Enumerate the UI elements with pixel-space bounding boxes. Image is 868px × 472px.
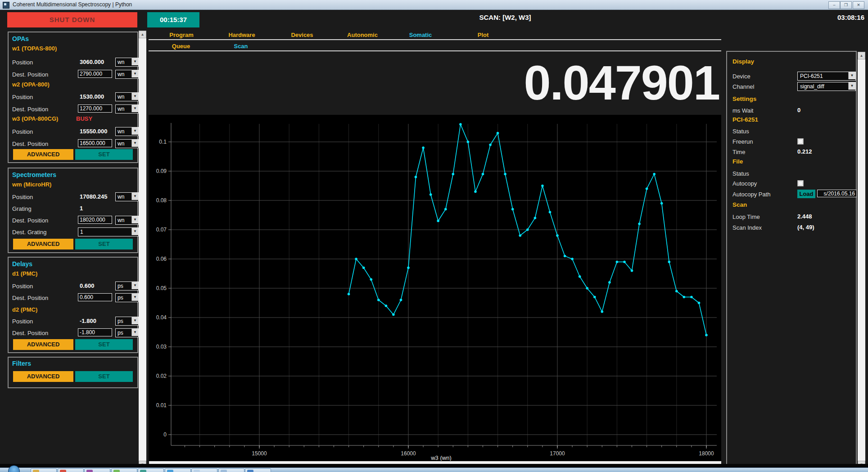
taskbar-app-button[interactable] [165,468,191,472]
shutdown-button[interactable]: SHUT DOWN [7,12,137,27]
d2-position-row: Position -1.800 ps▼ [12,317,136,326]
svg-text:18000: 18000 [699,450,714,457]
close-button[interactable]: ✕ [853,1,864,9]
spectrometers-advanced-button[interactable]: ADVANCED [13,239,73,250]
chevron-down-icon: ▼ [131,127,138,135]
taskbar-app-button[interactable] [191,468,217,472]
chevron-down-icon: ▼ [131,228,138,235]
delays-set-button[interactable]: SET [75,339,133,350]
app-window: Coherent Multidimensional Spectroscopy |… [0,0,868,472]
filters-group: Filters ADVANCED SET [8,357,138,388]
delays-advanced-button[interactable]: ADVANCED [13,339,73,350]
spectrometers-group: Spectrometers wm (MicroHR) Position 1708… [8,168,138,253]
file-header: File [732,158,743,165]
busy-badge: BUSY [76,115,92,122]
svg-text:0.08: 0.08 [156,197,167,204]
motor-name-d1: d1 (PMC) [12,270,37,277]
channel-dropdown[interactable]: signal_diff▼ [797,82,856,91]
d1-dest-input[interactable] [78,293,112,301]
w3-dest-input[interactable] [78,139,112,147]
dest-grating-dropdown[interactable]: 1▼ [78,227,139,236]
unit-dropdown[interactable]: ps▼ [115,317,139,326]
autocopy-path-input[interactable] [817,190,857,197]
taskbar-app-button[interactable] [58,468,84,472]
unit-dropdown[interactable]: ps▼ [115,293,139,302]
subtab-queue[interactable]: Queue [172,43,190,50]
scroll-up-icon[interactable]: ▲ [858,52,865,59]
tab-devices[interactable]: Devices [291,32,313,38]
scan-plot: 00.010.020.030.040.050.060.070.080.090.1… [149,115,721,461]
subtab-scan[interactable]: Scan [234,43,248,50]
device-dropdown[interactable]: PCI-6251▼ [797,72,856,81]
delays-header: Delays [12,260,32,268]
time-row: Time 0.212 [732,147,852,156]
tab-separator [149,39,721,40]
taskbar-app-button[interactable] [218,468,244,472]
wm-grating-row: Grating 1 [12,204,136,213]
motor-name-d2: d2 (PMC) [12,306,37,313]
unit-dropdown[interactable]: wn▼ [115,139,139,148]
wm-dest-grating-row: Dest. Grating 1▼ [12,227,136,236]
tab-plot[interactable]: Plot [478,32,489,38]
maximize-button[interactable]: ❐ [840,1,852,9]
wm-position-row: Position 17080.245 wn▼ [12,192,136,201]
unit-dropdown[interactable]: wn▼ [115,58,139,67]
w1-dest-input[interactable] [78,70,112,78]
svg-text:0.07: 0.07 [156,227,167,233]
autocopy-path-row: Autocopy Path Load [732,190,852,199]
channel-row: Channel signal_diff▼ [732,82,852,91]
chevron-down-icon: ▼ [848,82,855,90]
right-panel-scrollbar[interactable]: ▲ ▼ [858,52,865,468]
freerun-row: Freerun [732,137,852,146]
unit-dropdown[interactable]: ps▼ [115,281,139,290]
freerun-checkbox[interactable] [797,138,804,145]
scan-plot-svg: 00.010.020.030.040.050.060.070.080.090.1… [149,115,721,461]
taskbar-app-button[interactable] [31,468,57,472]
timer-button[interactable]: 00:15:37 [147,12,199,27]
svg-text:0.05: 0.05 [156,285,167,291]
scroll-up-icon[interactable]: ▲ [139,31,146,38]
taskbar-app-icon [247,470,253,472]
spectrometers-set-button[interactable]: SET [75,239,133,250]
minimize-button[interactable]: – [828,1,840,9]
opas-set-button[interactable]: SET [75,149,133,160]
device-row: Device PCI-6251▼ [732,72,852,81]
d2-dest-input[interactable] [78,328,112,336]
motor-name-w3: w3 (OPA-800CG) [12,115,58,122]
w1-position-row: Position 3060.000 wn▼ [12,58,136,67]
unit-dropdown[interactable]: wn▼ [115,92,139,101]
chevron-down-icon: ▼ [131,58,138,65]
unit-dropdown[interactable]: ps▼ [115,328,139,337]
w2-dest-row: Dest. Position wn▼ [12,104,136,113]
unit-dropdown[interactable]: wn▼ [115,70,139,79]
window-titlebar: Coherent Multidimensional Spectroscopy |… [0,0,868,10]
load-button[interactable]: Load [797,190,815,198]
tab-program[interactable]: Program [169,32,193,38]
central-scrollbar[interactable]: ▲ ▼ [139,31,146,468]
unit-dropdown[interactable]: wn▼ [115,216,139,225]
opas-advanced-button[interactable]: ADVANCED [13,149,73,160]
svg-text:16000: 16000 [401,450,416,457]
unit-dropdown[interactable]: wn▼ [115,127,139,136]
filters-advanced-button[interactable]: ADVANCED [13,371,73,382]
tab-somatic[interactable]: Somatic [409,32,432,38]
taskbar-app-button[interactable] [111,468,137,472]
taskbar-app-icon [194,470,200,472]
chevron-down-icon: ▼ [848,72,855,79]
wm-dest-input[interactable] [78,216,112,224]
svg-text:0.01: 0.01 [156,402,167,408]
tab-autonomic[interactable]: Autonomic [347,32,378,38]
filters-set-button[interactable]: SET [75,371,133,382]
unit-dropdown[interactable]: wn▼ [115,104,139,113]
clock: 03:08:16 [837,14,864,21]
taskbar-app-button[interactable] [84,468,110,472]
taskbar-app-button[interactable] [245,468,271,472]
autocopy-checkbox[interactable] [797,180,804,186]
d1-dest-row: Dest. Position ps▼ [12,293,136,302]
tab-hardware[interactable]: Hardware [228,32,255,38]
unit-dropdown[interactable]: wn▼ [115,192,139,201]
taskbar-app-button[interactable] [138,468,164,472]
loop-time-row: Loop Time 2.448 [732,212,852,221]
svg-text:15000: 15000 [252,450,267,457]
w2-dest-input[interactable] [78,104,112,113]
